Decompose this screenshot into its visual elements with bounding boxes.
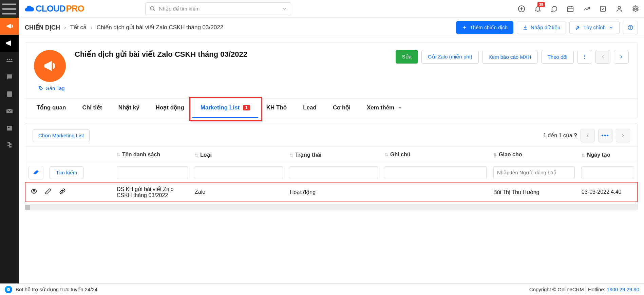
breadcrumb-filter[interactable]: Tất cả — [70, 24, 87, 31]
tab-lead[interactable]: Lead — [295, 99, 325, 118]
gear-icon[interactable] — [632, 5, 639, 13]
help-button[interactable] — [623, 21, 638, 34]
topbar: CLOUDPRO 39 — [19, 0, 644, 18]
filter-name-input[interactable] — [117, 166, 188, 179]
sidebar-item-mail[interactable] — [0, 103, 19, 120]
hotline-link[interactable]: 1900 29 29 90 — [607, 287, 639, 292]
calendar-icon[interactable] — [567, 5, 574, 13]
svg-rect-16 — [568, 6, 573, 12]
tab-overview[interactable]: Tổng quan — [29, 99, 74, 118]
search-button[interactable]: Tìm kiếm — [50, 166, 83, 179]
download-icon — [523, 25, 528, 30]
tag-button[interactable]: Gán Tag — [38, 85, 64, 91]
notification-badge: 39 — [537, 2, 545, 7]
filter-created-input[interactable] — [582, 166, 634, 179]
tab-activity[interactable]: Hoạt động — [148, 99, 192, 118]
topbar-icons: 39 — [518, 5, 639, 13]
module-title[interactable]: CHIẾN DỊCH — [25, 24, 60, 31]
svg-point-5 — [11, 59, 12, 60]
left-sidebar — [0, 0, 19, 295]
svg-rect-7 — [7, 91, 12, 97]
analytics-icon[interactable] — [583, 5, 590, 13]
import-button[interactable]: Nhập dữ liệu — [517, 21, 566, 34]
table-row[interactable]: DS KH gửi bài viết Zalo CSKH tháng 03/20… — [25, 182, 638, 202]
user-icon[interactable] — [615, 5, 623, 13]
sidebar-item-team[interactable] — [0, 52, 19, 69]
filter-status-input[interactable] — [290, 166, 378, 179]
more-actions-button[interactable] — [577, 50, 592, 64]
breadcrumb: CHIẾN DỊCH › Tất cả › Chiến dịch gửi bài… — [25, 24, 223, 31]
search-input[interactable] — [145, 2, 291, 15]
col-type[interactable]: ⇅Loại — [191, 146, 286, 163]
svg-rect-6 — [6, 61, 13, 62]
cell-status: Hoạt động — [286, 182, 381, 202]
preview-icon[interactable] — [31, 188, 37, 196]
sidebar-item-announce[interactable] — [0, 35, 19, 52]
tab-more[interactable]: Xem thêm — [359, 99, 411, 118]
dots-vertical-icon — [582, 54, 587, 59]
svg-point-22 — [634, 8, 637, 10]
task-icon[interactable] — [599, 5, 607, 13]
cell-created: 03-03-2022 4:40 — [578, 182, 638, 202]
svg-point-4 — [9, 59, 10, 60]
tab-opportunity[interactable]: Cơ hội — [325, 99, 359, 118]
menu-toggle[interactable] — [0, 0, 19, 18]
sidebar-item-chat[interactable] — [0, 69, 19, 86]
svg-point-27 — [584, 55, 585, 56]
sidebar-item-news[interactable] — [0, 120, 19, 137]
chevron-down-icon — [398, 105, 402, 110]
page-options-button[interactable]: ••• — [598, 129, 612, 142]
sidebar-item-plugin[interactable] — [0, 137, 19, 154]
page-next-button[interactable] — [616, 129, 630, 142]
marketing-list-table: ⇅Tên danh sách ⇅Loại ⇅Trạng thái ⇅Ghi ch… — [25, 146, 638, 202]
messenger-icon[interactable] — [5, 286, 12, 293]
tab-marketing-list[interactable]: Marketing List 1 — [192, 99, 258, 118]
edit-button[interactable]: Sửa — [396, 50, 418, 64]
filter-type-input[interactable] — [195, 166, 283, 179]
col-created[interactable]: ⇅Ngày tạo — [578, 146, 638, 163]
col-note[interactable]: ⇅Ghi chú — [381, 146, 490, 163]
create-icon[interactable] — [518, 5, 525, 13]
tab-raw[interactable]: KH Thô — [258, 99, 295, 118]
page-prev-button[interactable] — [581, 129, 595, 142]
horizontal-scrollbar[interactable] — [25, 204, 638, 210]
sidebar-item-book[interactable] — [0, 86, 19, 103]
help-icon — [628, 25, 633, 30]
svg-rect-20 — [601, 6, 606, 11]
svg-line-12 — [153, 10, 155, 11]
svg-point-11 — [150, 6, 154, 10]
clear-filters-button[interactable] — [29, 166, 43, 179]
col-status[interactable]: ⇅Trạng thái — [286, 146, 381, 163]
col-name[interactable]: ⇅Tên danh sách — [113, 146, 191, 163]
cell-type: Zalo — [191, 182, 286, 202]
tab-log[interactable]: Nhật ký — [110, 99, 148, 118]
footer: Bot hỗ trợ sử dụng trực tuyến 24/24 Copy… — [0, 283, 644, 295]
choose-marketing-list-button[interactable]: Chọn Marketing List — [33, 129, 90, 142]
svg-rect-10 — [8, 127, 10, 128]
prev-record-button[interactable] — [595, 50, 610, 64]
search-icon — [149, 5, 155, 13]
chevron-left-icon — [600, 54, 606, 59]
bell-icon[interactable]: 39 — [534, 5, 542, 13]
tab-detail[interactable]: Chi tiết — [74, 99, 110, 118]
send-zalo-button[interactable]: Gửi Zalo (miễn phí) — [421, 50, 479, 64]
follow-button[interactable]: Theo dõi — [541, 50, 574, 64]
unlink-icon[interactable] — [59, 188, 66, 196]
customize-button[interactable]: Tùy chỉnh — [569, 21, 620, 34]
cloud-icon — [23, 4, 35, 14]
pagination-info: 1 đến 1 của ? — [543, 132, 577, 139]
next-record-button[interactable] — [614, 50, 629, 64]
sidebar-item-campaign[interactable] — [0, 18, 19, 35]
add-campaign-button[interactable]: Thêm chiến dịch — [456, 21, 513, 34]
chevron-down-icon[interactable] — [282, 6, 287, 12]
tab-count-badge: 1 — [243, 105, 250, 110]
comment-icon[interactable] — [550, 5, 558, 13]
view-report-button[interactable]: Xem báo cáo MXH — [482, 50, 538, 64]
logo[interactable]: CLOUDPRO — [23, 3, 84, 14]
edit-row-icon[interactable] — [45, 188, 52, 196]
svg-point-21 — [618, 6, 620, 8]
col-assignee[interactable]: ⇅Giao cho — [490, 146, 578, 163]
filter-assignee-input[interactable] — [493, 166, 575, 179]
filter-note-input[interactable] — [385, 166, 487, 179]
svg-point-28 — [584, 56, 585, 57]
